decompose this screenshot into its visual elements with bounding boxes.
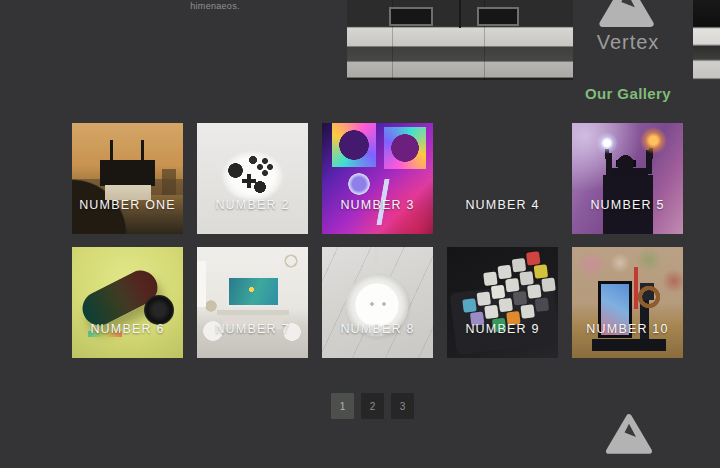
gallery-item-label: NUMBER 7 bbox=[197, 322, 308, 336]
photo-living-room-tv bbox=[197, 247, 308, 358]
photo-vr-player bbox=[572, 123, 683, 234]
top-photo-left[interactable] bbox=[347, 0, 573, 80]
page-button-3[interactable]: 3 bbox=[391, 393, 414, 419]
brand-name: Vertex bbox=[567, 31, 689, 54]
gallery-item-label: NUMBER 2 bbox=[197, 198, 308, 212]
gallery-item-label: NUMBER 3 bbox=[322, 198, 433, 212]
gallery-item-label: NUMBER ONE bbox=[72, 198, 183, 212]
gallery-item-label: NUMBER 8 bbox=[322, 322, 433, 336]
gallery-item-7[interactable]: NUMBER 7 bbox=[197, 247, 308, 358]
page-button-1[interactable]: 1 bbox=[331, 393, 354, 419]
gallery-item-3[interactable]: NUMBER 3 bbox=[322, 123, 433, 234]
photo-drone-controller bbox=[72, 123, 183, 234]
gallery-item-9[interactable]: NUMBER 9 bbox=[447, 247, 558, 358]
section-heading: Our Gallery bbox=[567, 85, 689, 102]
gallery-item-label: NUMBER 4 bbox=[447, 198, 558, 212]
photo-portable-speaker bbox=[72, 247, 183, 358]
vertex-logo-icon[interactable] bbox=[599, 0, 654, 27]
gallery-item-4[interactable]: NUMBER 4 bbox=[447, 123, 558, 234]
page-button-2[interactable]: 2 bbox=[361, 393, 384, 419]
gallery-grid: NUMBER ONE NUMBER 2 NUMBER 3 NUMBER 4 NU… bbox=[72, 123, 683, 358]
photo-rgb-pc bbox=[322, 123, 433, 234]
gallery-item-6[interactable]: NUMBER 6 bbox=[72, 247, 183, 358]
footer-logo-icon[interactable] bbox=[606, 413, 652, 454]
photo-xbox-controller bbox=[197, 123, 308, 234]
gallery-item-10[interactable]: NUMBER 10 bbox=[572, 247, 683, 358]
gallery-item-2[interactable]: NUMBER 2 bbox=[197, 123, 308, 234]
photo-charging-dock bbox=[572, 247, 683, 358]
gallery-page: himenaeos. Vertex Our Gallery NUMBER ONE… bbox=[0, 0, 720, 468]
photo-coral-speaker bbox=[447, 123, 558, 234]
gallery-item-1[interactable]: NUMBER ONE bbox=[72, 123, 183, 234]
gallery-item-label: NUMBER 5 bbox=[572, 198, 683, 212]
top-photo-right[interactable] bbox=[693, 0, 720, 80]
paragraph-fragment: himenaeos. bbox=[150, 1, 280, 11]
gallery-item-label: NUMBER 10 bbox=[572, 322, 683, 336]
photo-mechanical-keyboard bbox=[447, 247, 558, 358]
gallery-item-8[interactable]: NUMBER 8 bbox=[322, 247, 433, 358]
photo-home-mini bbox=[322, 247, 433, 358]
gallery-item-label: NUMBER 9 bbox=[447, 322, 558, 336]
pagination: 1 2 3 bbox=[331, 393, 414, 419]
gallery-item-label: NUMBER 6 bbox=[72, 322, 183, 336]
gallery-item-5[interactable]: NUMBER 5 bbox=[572, 123, 683, 234]
